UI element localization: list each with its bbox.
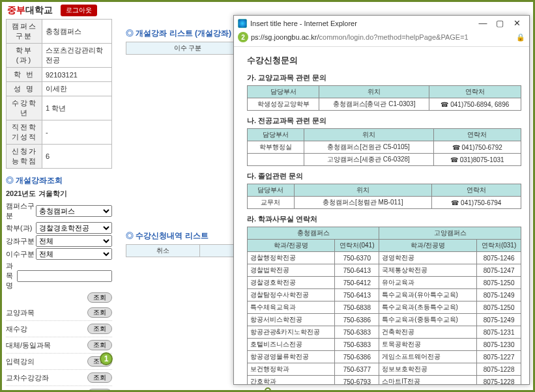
info-label: 학부(과) [7,44,42,68]
minimize-button[interactable]: — [474,18,491,28]
info-label: 직전학기성적 [7,120,42,145]
menu-search-btn[interactable]: 조회 [87,324,112,334]
handle-dot [265,387,271,392]
info-label: 캠퍼스구분 [7,20,42,44]
menu-item[interactable]: 입력강의조회 [6,354,112,370]
q4: 라. 학과사무실 연락처 [247,214,521,224]
step-1-badge: 1 [100,352,113,365]
search-button[interactable]: 조회 [87,292,112,303]
filter-label: 강좌구분 [6,236,36,246]
menu-search-btn[interactable]: 조회 [87,389,112,392]
menu-item[interactable]: 재수강조회 [6,321,112,337]
filter-select[interactable]: 전체 [36,248,112,260]
info-value: 스포츠건강관리학전공 [42,44,112,68]
info-label: 수강학년 [7,96,42,120]
info-value: 충청캠퍼스 [42,20,112,44]
lock-icon: 🔒 [516,33,525,42]
q3: 다. 졸업관련 문의 [247,171,521,181]
student-info: 캠퍼스구분충청캠퍼스학부(과)스포츠건강관리학전공학 번92103121성 명이… [6,19,112,169]
filter-select[interactable]: 경찰경호학전공 [36,222,112,234]
q3-table: 담당부서위치연락처교무처충청캠퍼스[청렴관 MB-011]☎ 041)750-6… [247,184,521,209]
subject-input[interactable] [17,270,112,282]
info-label: 학 번 [7,68,42,82]
info-value: 92103121 [42,68,112,82]
step-2-badge: 2 [238,32,248,42]
info-value: 6 [42,145,112,169]
filter-label: 이수구분 [6,249,36,259]
url-path: common/login.do?method=helpPage&PAGE=1 [319,33,469,41]
popup-window: Insert title here - Internet Explorer — … [233,15,530,385]
url-host: ps://sg.joongbu.ac.kr/ [251,33,319,41]
dept-table: 충청캠퍼스고양캠퍼스 학과/전공명연락처(041)학과/전공명연락처(031) … [247,227,521,384]
menu-search-btn[interactable]: 조회 [87,340,112,350]
close-button[interactable]: ✕ [508,18,525,28]
menu-item[interactable]: 강좌변경조회조회 [6,386,112,392]
info-value: - [42,120,112,145]
filter-select[interactable]: 전체 [36,235,112,247]
logo: 중부대학교 [7,5,53,16]
q2: 나. 전공교과목 관련 문의 [247,116,521,126]
q2-table: 담당부서위치연락처학부행정실충청캠퍼스[건원관 C5-0105]☎ 041)75… [247,128,521,166]
logout-button[interactable]: 로그아웃 [61,5,97,16]
popup-heading: 수강신청문의 [247,55,521,66]
subject-label: 과목명 [6,261,17,290]
menu-item[interactable]: 교양과목조회 [6,305,112,321]
menu-search-btn[interactable]: 조회 [87,372,112,383]
term-label: 2021년도 겨울학기 [6,189,112,199]
menu-item[interactable]: 대체/동일과목조회 [6,337,112,354]
info-label: 신청가능학점 [7,145,42,169]
q1-table: 담당부서위치연락처학생성장교양학부충청캠퍼스[충덕관 C1-0303]☎ 041… [247,85,521,111]
filter-label: 학부(과) [6,223,36,233]
menu-search-btn[interactable]: 조회 [87,307,112,318]
ie-icon [238,19,247,28]
info-label: 성 명 [7,82,42,96]
popup-title-text: Insert title here - Internet Explorer [250,20,357,27]
filter-label: 캠퍼스구분 [6,201,36,221]
menu-item[interactable]: 교차수강강좌조회 [6,370,112,386]
filter-select[interactable]: 충청캠퍼스 [36,205,112,217]
q1: 가. 교양교과목 관련 문의 [247,73,521,83]
info-value: 1 학년 [42,96,112,120]
maximize-button[interactable]: ▢ [491,18,508,28]
info-value: 이세한 [42,82,112,96]
section-search: 개설강좌조회 [6,175,112,186]
